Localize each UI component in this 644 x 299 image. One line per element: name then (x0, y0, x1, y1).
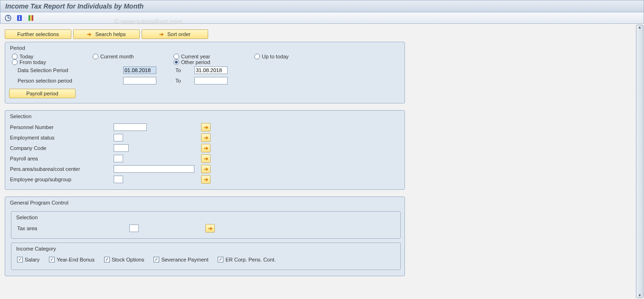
multiple-selection-button[interactable]: ➔ (201, 123, 211, 131)
radio-other-period[interactable]: Other period (173, 59, 243, 65)
general-program-control-group: General Program Control Selection Tax ar… (5, 196, 405, 276)
employment-status-label: Employment status (9, 135, 114, 140)
pers-area-subarea-cost-label: Pers.area/subarea/cost center (9, 166, 114, 172)
person-selection-period-label: Person selection period (9, 78, 123, 84)
payroll-period-button[interactable]: Payroll period (9, 89, 76, 98)
selection-screen: Further selections ➔ Search helps ➔ Sort… (1, 25, 635, 298)
pers-area-subarea-cost-row: Pers.area/subarea/cost center ➔ (9, 164, 401, 174)
pers-area-subarea-cost-input[interactable] (114, 165, 194, 173)
gpc-selection-group: Selection Tax area ➔ (11, 211, 401, 239)
company-code-input[interactable] (114, 144, 129, 152)
arrow-right-icon: ➔ (87, 31, 91, 37)
svg-rect-6 (32, 15, 33, 21)
personnel-number-input[interactable] (114, 123, 147, 131)
radio-up-to-today-label: Up to today (262, 54, 288, 59)
svg-rect-3 (19, 18, 20, 20)
checkbox-icon (218, 257, 223, 262)
period-legend: Period (9, 44, 401, 54)
search-helps-button[interactable]: ➔ Search helps (73, 29, 140, 39)
check-severance-payment[interactable]: Severance Payment (154, 257, 208, 262)
further-selections-label: Further selections (17, 31, 58, 37)
radio-up-to-today[interactable]: Up to today (254, 54, 324, 59)
app-toolbar (0, 12, 644, 24)
radio-today-label: Today (19, 54, 33, 59)
multiple-selection-button[interactable]: ➔ (201, 175, 211, 184)
payroll-area-input[interactable] (114, 155, 123, 162)
payroll-area-label: Payroll area (9, 156, 114, 161)
info-icon[interactable] (16, 14, 23, 22)
checkbox-icon (49, 257, 55, 262)
to-label: To (156, 78, 194, 84)
company-code-row: Company Code ➔ (9, 143, 401, 153)
employee-group-input[interactable] (114, 176, 123, 183)
employee-group-row: Employee group/subgroup ➔ (9, 174, 401, 185)
multiple-selection-button[interactable]: ➔ (201, 154, 211, 163)
radio-current-month[interactable]: Current month (93, 54, 162, 59)
tax-area-row: Tax area ➔ (15, 223, 396, 234)
data-selection-from-input[interactable] (123, 66, 156, 74)
payroll-area-row: Payroll area ➔ (9, 153, 401, 164)
multiple-selection-button[interactable]: ➔ (205, 224, 215, 233)
multiple-selection-button[interactable]: ➔ (201, 144, 211, 152)
radio-other-period-label: Other period (181, 59, 210, 65)
check-year-end-bonus-label: Year-End Bonus (57, 257, 95, 262)
check-salary[interactable]: Salary (17, 257, 39, 262)
multiple-selection-button[interactable]: ➔ (201, 165, 211, 173)
selection-group: Selection Personnel Number ➔ Employment … (5, 110, 405, 190)
check-year-end-bonus[interactable]: Year-End Bonus (49, 257, 95, 262)
check-stock-options[interactable]: Stock Options (104, 257, 144, 262)
radio-dot-icon (12, 54, 18, 59)
radio-from-today[interactable]: From today (12, 59, 81, 65)
check-stock-options-label: Stock Options (112, 257, 144, 262)
radio-current-year[interactable]: Current year (173, 54, 243, 59)
checkbox-icon (154, 257, 159, 262)
scroll-up-icon[interactable]: ▲ (638, 25, 642, 29)
sort-order-label: Sort order (167, 31, 191, 37)
data-selection-to-input[interactable] (194, 66, 228, 74)
person-selection-from-input[interactable] (123, 77, 156, 84)
personnel-number-row: Personnel Number ➔ (9, 122, 401, 132)
checkbox-icon (17, 257, 23, 262)
check-er-corp-pens-cont[interactable]: ER Corp. Pens. Cont. (218, 257, 276, 262)
svg-rect-5 (30, 15, 32, 21)
period-radio-grid: Today Current month Current year Up to t… (9, 54, 401, 65)
person-selection-period-row: Person selection period To (9, 75, 401, 86)
search-helps-label: Search helps (95, 31, 125, 37)
to-label: To (156, 67, 194, 73)
person-selection-to-input[interactable] (194, 77, 228, 84)
sort-order-button[interactable]: ➔ Sort order (142, 29, 208, 39)
employee-group-label: Employee group/subgroup (9, 177, 114, 182)
data-selection-period-row: Data Selection Period To (9, 65, 401, 75)
top-button-row: Further selections ➔ Search helps ➔ Sort… (5, 29, 632, 39)
execute-icon[interactable] (4, 14, 12, 22)
radio-current-month-label: Current month (100, 54, 134, 59)
radio-dot-icon (254, 54, 260, 59)
scroll-down-icon[interactable]: ▼ (638, 293, 642, 298)
vertical-scrollbar[interactable]: ▲ ▼ (636, 25, 644, 298)
checkbox-icon (104, 257, 110, 262)
check-severance-payment-label: Severance Payment (161, 257, 208, 262)
further-selections-button[interactable]: Further selections (5, 29, 71, 39)
radio-today[interactable]: Today (12, 54, 81, 59)
multiple-selection-button[interactable]: ➔ (201, 133, 211, 142)
radio-from-today-label: From today (19, 59, 46, 65)
page-title-text: Income Tax Report for Individuals by Mon… (5, 2, 144, 10)
svg-rect-4 (29, 15, 30, 21)
page-title: Income Tax Report for Individuals by Mon… (0, 0, 644, 12)
income-category-legend: Income Category (15, 245, 396, 254)
period-group: Period Today Current month Current year (5, 42, 405, 103)
variants-icon[interactable] (27, 14, 35, 22)
income-category-checks: Salary Year-End Bonus Stock Options Seve… (15, 254, 396, 265)
check-salary-label: Salary (25, 257, 39, 262)
svg-rect-2 (19, 16, 20, 17)
tax-area-input[interactable] (129, 224, 139, 232)
arrow-right-icon: ➔ (159, 31, 163, 37)
check-er-corp-pens-cont-label: ER Corp. Pens. Cont. (225, 257, 276, 262)
payroll-period-label: Payroll period (26, 91, 58, 96)
radio-dot-icon (173, 59, 179, 65)
gpc-selection-legend: Selection (15, 214, 396, 223)
employment-status-input[interactable] (114, 134, 123, 141)
employment-status-row: Employment status ➔ (9, 132, 401, 143)
gpc-legend: General Program Control (9, 199, 401, 208)
radio-dot-icon (93, 54, 98, 59)
